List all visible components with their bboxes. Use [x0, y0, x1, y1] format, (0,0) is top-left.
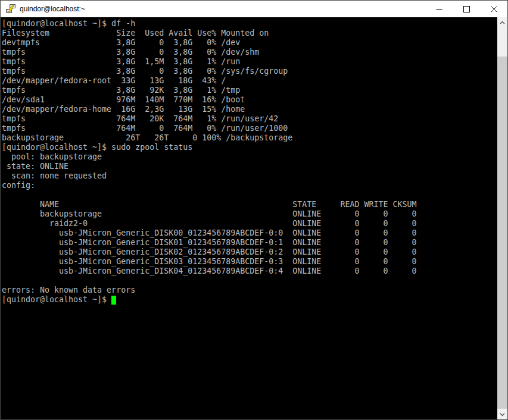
maximize-icon	[463, 6, 470, 12]
putty-terminal-icon[interactable]	[6, 4, 15, 14]
scrollbar-track[interactable]	[497, 27, 507, 409]
scroll-down-button[interactable]	[497, 409, 507, 419]
close-button[interactable]	[480, 1, 507, 17]
terminal-window: quindor@localhost:~ [quindor@localhost ~…	[0, 0, 508, 420]
title-bar[interactable]: quindor@localhost:~	[1, 1, 507, 17]
maximize-button[interactable]	[453, 1, 480, 17]
close-icon	[491, 6, 497, 12]
minimize-button[interactable]	[425, 1, 453, 17]
chevron-down-icon	[500, 413, 505, 416]
window-title: quindor@localhost:~	[20, 5, 425, 13]
terminal-cursor	[111, 296, 116, 305]
terminal-main: [quindor@localhost ~]$ df -h Filesystem …	[1, 17, 507, 419]
scroll-up-button[interactable]	[497, 17, 507, 27]
scrollbar[interactable]	[497, 17, 507, 419]
prompt-line: [quindor@localhost ~]$	[2, 295, 497, 305]
chevron-up-icon	[500, 21, 505, 24]
terminal-screen[interactable]: [quindor@localhost ~]$ df -h Filesystem …	[1, 17, 497, 419]
scrollbar-thumb[interactable]	[497, 57, 507, 409]
terminal-output: [quindor@localhost ~]$ df -h Filesystem …	[2, 19, 497, 295]
prompt-text: [quindor@localhost ~]$	[2, 295, 111, 304]
minimize-icon	[436, 6, 442, 12]
